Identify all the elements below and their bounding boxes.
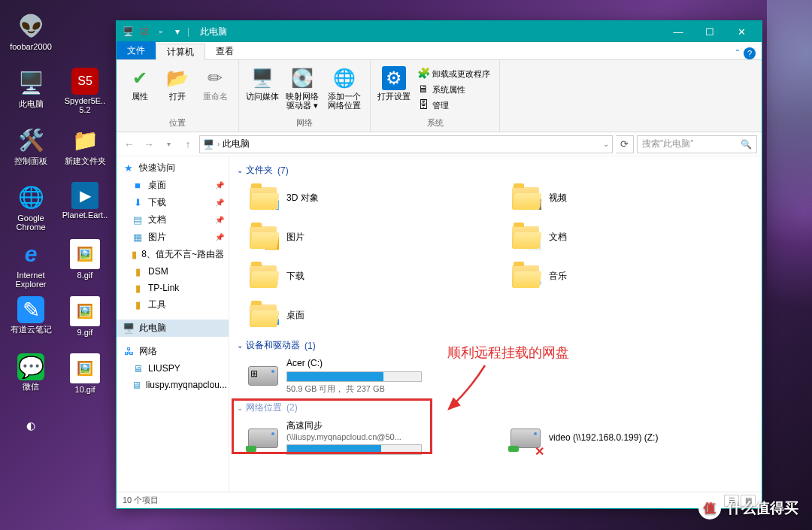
nav-forward-button[interactable]: → [141,135,157,153]
sidebar-thispc[interactable]: 🖥️此电脑 [117,320,229,337]
folder-pictures[interactable]: 🖼️图片 [244,219,492,256]
ribbon-add-netloc[interactable]: 🌐添加一个网络位置 [325,63,364,110]
qat-thispc-icon[interactable]: 🖥️ [121,25,135,38]
desktop-icon-wechat[interactable]: 💬微信 [8,350,54,406]
nav-sidebar: ★快速访问 ■桌面📌 ⬇下载📌 ▤文档📌 ▦图片📌 ▮8、值无不言~路由器 ▮D… [117,156,229,492]
desktop-icon-newfolder[interactable]: 📁新建文件夹 [62,122,108,177]
desktop-icon-controlpanel[interactable]: 🛠️控制面板 [8,122,54,177]
sidebar-desktop[interactable]: ■桌面📌 [117,177,229,194]
chevron-right-icon[interactable]: › [217,140,220,148]
folder-music[interactable]: ♪音乐 [507,258,754,295]
desktop-icon-9gif[interactable]: 🖼️9.gif [62,293,108,349]
ribbon-group-location: 位置 [169,116,186,132]
ribbon-sysprops[interactable]: 🖥系统属性 [414,82,493,97]
folder-desktop[interactable]: ■桌面 [244,297,492,335]
ribbon-group-network: 网络 [296,116,313,132]
desktop-icon-thispc[interactable]: 🖥️此电脑 [8,65,54,120]
watermark: 值 什么值得买 [698,497,798,519]
sidebar-network[interactable]: 🖧网络 [117,343,229,360]
sidebar-quick-access[interactable]: ★快速访问 [117,159,229,177]
ribbon-group-system: 系统 [427,116,444,132]
sidebar-folder-8[interactable]: ▮8、值无不言~路由器 [117,246,229,263]
ribbon-uninstall[interactable]: 🧩卸载或更改程序 [414,66,493,81]
nav-back-button[interactable]: ← [121,135,138,153]
address-bar-row: ← → ▾ ↑ 🖥️ › 此电脑 ⌄ ⟳ 搜索"此电脑" 🔍 [117,132,762,156]
nav-up-button[interactable]: ↑ [180,135,196,153]
maximize-button[interactable]: ☐ [694,21,726,42]
chevron-down-icon[interactable]: ⌄ [603,140,609,148]
desktop-icon-8gif[interactable]: 🖼️8.gif [62,236,108,292]
folder-documents[interactable]: 📄文档 [507,219,754,256]
minimize-button[interactable]: — [662,21,694,42]
content-pane: ⌄文件夹(7) ▣3D 对象 🎞️视频 🖼️图片 📄文档 ⬇下载 ♪音乐 ■桌面… [229,156,762,492]
ribbon-open[interactable]: 📂打开 [160,63,195,101]
sidebar-folder-tools[interactable]: ▮工具 [117,296,229,313]
help-icon[interactable]: ? [744,47,756,59]
sidebar-net-qnap[interactable]: 🖥liuspy.myqnapclou... [117,377,229,393]
address-bar[interactable]: 🖥️ › 此电脑 ⌄ [199,135,613,153]
ribbon-properties[interactable]: ✔属性 [123,63,157,101]
statusbar: 10 个项目 ☰ ▦ [117,492,762,508]
group-drives-header[interactable]: ⌄设备和驱动器(1) [237,335,754,355]
desktop-icon-ie[interactable]: eInternet Explorer [8,236,54,292]
thispc-icon: 🖥️ [203,139,214,150]
desktop-icon-spyder5[interactable]: S5Spyder5E.. 5.2 [62,65,108,120]
ribbon-tabs: 文件 计算机 查看 ˆ ? [117,42,762,60]
qat-file-icon[interactable]: ▫ [154,25,168,38]
drive-acer-c[interactable]: ⊞ Acer (C:) 50.9 GB 可用， 共 237 GB [244,355,492,397]
desktop-icons-area: 👽foobar2000 🖥️此电脑 S5Spyder5E.. 5.2 🛠️控制面… [8,8,108,463]
tab-view[interactable]: 查看 [205,43,244,59]
sidebar-downloads[interactable]: ⬇下载📌 [117,194,229,211]
titlebar[interactable]: 🖥️ ☑ ▫ ▾ | 此电脑 — ☐ ✕ [117,21,762,42]
folder-videos[interactable]: 🎞️视频 [507,180,754,217]
ribbon: ✔属性 📂打开 ✏重命名 位置 🖥️访问媒体 💽映射网络驱动器 ▾ 🌐添加一个网… [117,60,762,132]
close-button[interactable]: ✕ [726,21,757,42]
desktop-icon-misc[interactable]: ◐ [8,407,54,463]
netdrive-video-z[interactable]: ✕ video (\\192.168.0.199) (Z:) [507,417,754,459]
desktop-icon-planetearth[interactable]: ▶Planet.Eart.. [62,179,108,235]
qat-check-icon[interactable]: ☑ [138,25,151,38]
tab-computer[interactable]: 计算机 [156,44,205,60]
desktop-icon-foobar2000[interactable]: 👽foobar2000 [8,8,54,63]
folder-downloads[interactable]: ⬇下载 [244,258,492,295]
search-input[interactable]: 搜索"此电脑" 🔍 [637,135,757,153]
netdrive-gaosu[interactable]: 高速同步 (\\liuspy.myqnapcloud.cn@50... [244,417,492,459]
folder-3dobjects[interactable]: ▣3D 对象 [244,180,492,217]
sidebar-folder-tplink[interactable]: ▮TP-Link [117,280,229,296]
refresh-button[interactable]: ⟳ [616,135,634,153]
sidebar-documents[interactable]: ▤文档📌 [117,211,229,229]
explorer-window: 🖥️ ☑ ▫ ▾ | 此电脑 — ☐ ✕ 文件 计算机 查看 ˆ ? ✔属性 📂… [116,20,762,509]
desktop-icon-10gif[interactable]: 🖼️10.gif [62,350,108,406]
nav-recent-dropdown[interactable]: ▾ [160,135,177,153]
ribbon-access-media[interactable]: 🖥️访问媒体 [245,63,280,110]
qat-dropdown-icon[interactable]: ▾ [171,25,184,38]
group-netloc-header[interactable]: ⌄网络位置(2) [237,397,754,417]
sidebar-net-liuspy[interactable]: 🖥LIUSPY [117,360,229,377]
desktop-icon-youdao[interactable]: ✎有道云笔记 [8,293,54,349]
search-icon: 🔍 [741,139,752,150]
group-folders-header[interactable]: ⌄文件夹(7) [237,159,754,180]
collapse-ribbon-icon[interactable]: ˆ [736,48,739,59]
window-title: 此电脑 [200,26,227,38]
address-path[interactable]: 此电脑 [223,138,250,150]
sidebar-folder-dsm[interactable]: ▮DSM [117,263,229,280]
ribbon-open-settings[interactable]: ⚙打开设置 [377,63,411,113]
sidebar-pictures[interactable]: ▦图片📌 [117,229,229,246]
ribbon-manage[interactable]: 🗄管理 [414,98,493,113]
ribbon-map-drive[interactable]: 💽映射网络驱动器 ▾ [283,63,322,110]
ribbon-rename[interactable]: ✏重命名 [198,63,232,101]
watermark-logo-icon: 值 [698,497,721,519]
desktop-icon-chrome[interactable]: 🌐Google Chrome [8,179,54,235]
status-item-count: 10 个项目 [123,495,159,506]
tab-file[interactable]: 文件 [117,41,156,59]
